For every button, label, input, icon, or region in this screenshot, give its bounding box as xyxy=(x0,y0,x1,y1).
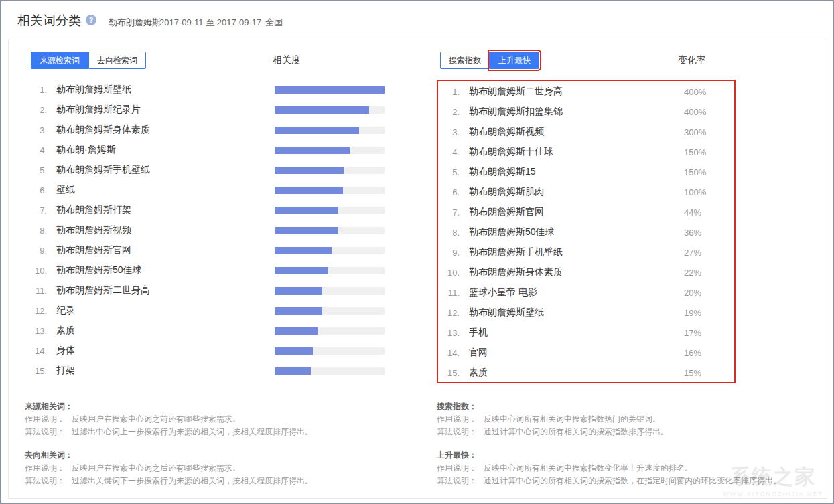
related-word-link[interactable]: 勒布朗詹姆斯手机壁纸 xyxy=(56,164,275,176)
relevance-bar-fill xyxy=(275,227,338,234)
tab-fastest-rising[interactable]: 上升最快 xyxy=(490,52,539,69)
relevance-bar xyxy=(275,127,385,134)
rising-word-link[interactable]: 勒布朗詹姆斯手机壁纸 xyxy=(469,246,684,258)
footnote-text: 通过计算中心词的所有相关词的搜索指数，在指定时间窗内的环比变化率排序得出。 xyxy=(484,476,781,485)
rising-word-link[interactable]: 勒布朗詹姆斯视频 xyxy=(469,126,684,138)
related-word-row: 14.身体 xyxy=(31,341,385,361)
relevance-bar xyxy=(275,227,385,234)
rising-word-row: 10.勒布朗詹姆斯身体素质22% xyxy=(443,262,730,282)
related-word-link[interactable]: 身体 xyxy=(56,345,275,357)
related-word-link[interactable]: 勒布朗詹姆斯打架 xyxy=(56,204,275,216)
related-word-link[interactable]: 勒布朗詹姆斯壁纸 xyxy=(56,84,275,96)
related-word-link[interactable]: 勒布朗詹姆斯二世身高 xyxy=(56,284,275,297)
related-word-link[interactable]: 打架 xyxy=(56,365,275,377)
rank-number: 10. xyxy=(31,266,47,276)
related-word-link[interactable]: 勒布朗詹姆斯身体素质 xyxy=(56,124,275,136)
related-word-row: 5.勒布朗詹姆斯手机壁纸 xyxy=(31,160,385,180)
rank-number: 15. xyxy=(443,368,460,378)
rank-number: 13. xyxy=(31,326,47,336)
footnote-heading: 搜索指数： xyxy=(437,400,812,413)
rank-number: 12. xyxy=(443,308,460,318)
rising-word-link[interactable]: 勒布朗詹姆斯官网 xyxy=(469,206,684,218)
footnote-text: 过滤出中心词上一步搜索行为来源的相关词，按相关程度排序得出。 xyxy=(72,427,313,436)
rising-word-row: 4.勒布朗詹姆斯十佳球150% xyxy=(443,142,730,162)
related-word-row: 12.纪录 xyxy=(31,301,385,321)
rising-word-row: 2.勒布朗詹姆斯扣篮集锦400% xyxy=(443,102,730,122)
footnote-heading: 来源相关词： xyxy=(25,400,400,413)
rising-word-row: 5.勒布朗詹姆斯15150% xyxy=(443,162,730,182)
related-words-page: 相关词分类? 勒布朗詹姆斯 2017-09-11 至 2017-09-17 全国… xyxy=(0,0,834,504)
footnote-text: 反映中心词所有相关词中搜索指数热门的关键词。 xyxy=(484,414,661,424)
related-word-row: 9.勒布朗詹姆斯官网 xyxy=(31,240,385,260)
footnote-search-index: 搜索指数： 作用说明：反映中心词所有相关词中搜索指数热门的关键词。 算法说明：通… xyxy=(437,400,812,438)
page-title-text: 相关词分类 xyxy=(17,13,81,27)
rank-number: 13. xyxy=(443,328,460,338)
related-word-link[interactable]: 纪录 xyxy=(56,305,275,317)
tab-destination-search-terms[interactable]: 去向检索词 xyxy=(88,52,146,69)
footnote-source-related: 来源相关词： 作用说明：反映用户在搜索中心词之前还有哪些搜索需求。 算法说明：过… xyxy=(25,400,400,438)
relevance-bar xyxy=(275,327,385,335)
footnote-label: 作用说明： xyxy=(437,463,477,473)
relevance-bar xyxy=(275,207,385,214)
related-word-link[interactable]: 勒布朗詹姆斯纪录片 xyxy=(56,104,275,116)
change-rate-value: 400% xyxy=(684,107,730,117)
relevance-bar-fill xyxy=(275,347,313,355)
rising-word-row: 14.官网16% xyxy=(443,343,730,363)
rank-number: 15. xyxy=(31,366,47,376)
rising-word-link[interactable]: 官网 xyxy=(469,347,684,359)
footnote-heading: 去向相关词： xyxy=(25,449,400,462)
rank-number: 2. xyxy=(443,107,460,117)
related-word-link[interactable]: 勒布朗詹姆斯官网 xyxy=(56,244,275,256)
rising-word-row: 12.勒布朗詹姆斯壁纸19% xyxy=(443,303,730,323)
tab-search-index[interactable]: 搜索指数 xyxy=(440,52,490,69)
rank-number: 3. xyxy=(443,127,460,137)
related-word-link[interactable]: 壁纸 xyxy=(56,184,275,196)
rising-word-link[interactable]: 素质 xyxy=(469,367,684,379)
related-word-row: 10.勒布朗詹姆斯50佳球 xyxy=(31,260,385,280)
relevance-bar-fill xyxy=(275,207,338,214)
rank-number: 12. xyxy=(31,306,47,316)
rank-number: 14. xyxy=(31,346,47,356)
relevance-bar xyxy=(275,307,385,315)
related-word-link[interactable]: 勒布朗·詹姆斯 xyxy=(56,144,275,156)
relevance-bar-fill xyxy=(275,106,369,114)
change-rate-value: 15% xyxy=(684,368,730,378)
relevance-bar xyxy=(275,367,385,375)
relevance-bar-fill xyxy=(275,127,359,134)
tab-source-search-terms[interactable]: 来源检索词 xyxy=(31,52,88,69)
rising-word-link[interactable]: 勒布朗詹姆斯扣篮集锦 xyxy=(469,106,684,118)
rising-word-link[interactable]: 勒布朗詹姆斯二世身高 xyxy=(469,86,684,98)
source-related-words-list: 1.勒布朗詹姆斯壁纸 2.勒布朗詹姆斯纪录片 3.勒布朗詹姆斯身体素质 4.勒布… xyxy=(31,80,385,381)
related-word-link[interactable]: 勒布朗詹姆斯50佳球 xyxy=(56,264,275,276)
rank-number: 11. xyxy=(443,288,460,298)
relevance-bar-fill xyxy=(275,267,328,274)
change-rate-value: 19% xyxy=(684,308,730,318)
rising-word-link[interactable]: 勒布朗詹姆斯50佳球 xyxy=(469,226,684,238)
rising-word-row: 8.勒布朗詹姆斯50佳球36% xyxy=(443,222,730,242)
footnote-text: 反映中心词所有相关词中搜索指数变化率上升速度的排名。 xyxy=(484,463,693,473)
related-word-row: 15.打架 xyxy=(31,361,385,381)
rank-number: 7. xyxy=(31,205,47,216)
help-icon[interactable]: ? xyxy=(86,15,96,25)
rising-word-link[interactable]: 手机 xyxy=(469,327,684,339)
footnote-heading: 上升最快： xyxy=(437,449,812,462)
rising-word-link[interactable]: 勒布朗詹姆斯肌肉 xyxy=(469,186,684,198)
rising-word-link[interactable]: 勒布朗詹姆斯十佳球 xyxy=(469,146,684,158)
rising-word-link[interactable]: 勒布朗詹姆斯身体素质 xyxy=(469,266,684,278)
rank-number: 3. xyxy=(31,125,47,135)
change-rate-value: 22% xyxy=(684,268,730,278)
rank-number: 5. xyxy=(443,167,460,177)
relevance-bar-fill xyxy=(275,86,385,94)
rising-word-link[interactable]: 勒布朗詹姆斯15 xyxy=(469,166,684,178)
rising-word-link[interactable]: 勒布朗詹姆斯壁纸 xyxy=(469,307,684,319)
relevance-bar xyxy=(275,287,385,295)
relevance-bar-fill xyxy=(275,167,344,174)
rising-word-row: 15.素质15% xyxy=(443,363,730,383)
related-word-link[interactable]: 素质 xyxy=(56,325,275,337)
footnote-destination-related: 去向相关词： 作用说明：反映用户在搜索中心词之后还有哪些搜索需求。 算法说明：过… xyxy=(25,449,400,487)
rising-word-link[interactable]: 篮球小皇帝 电影 xyxy=(469,286,684,299)
related-word-row: 11.勒布朗詹姆斯二世身高 xyxy=(31,280,385,301)
change-rate-value: 20% xyxy=(684,288,730,298)
related-word-link[interactable]: 勒布朗詹姆斯视频 xyxy=(56,224,275,236)
keyword-label: 勒布朗詹姆斯 xyxy=(109,17,161,29)
